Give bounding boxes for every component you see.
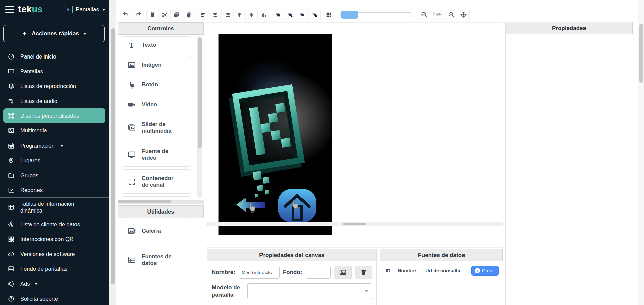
hamburger-menu-icon[interactable] [5, 6, 14, 13]
control-fuente-de-video[interactable]: Fuente de video [122, 143, 191, 167]
align-center-button[interactable] [209, 9, 222, 21]
schedule-icon [7, 142, 15, 149]
controls-vertical-scrollbar-thumb[interactable] [198, 37, 202, 148]
sidebar-item-lista-de-cliente-de-datos[interactable]: Lista de cliente de datos [0, 217, 109, 232]
send-to-back-button[interactable] [309, 9, 320, 21]
sidebar-item-panel-de-inicio[interactable]: Panel de inicio [0, 49, 109, 64]
control-texto[interactable]: T Texto [122, 36, 191, 53]
media-slider-icon [122, 123, 142, 132]
bring-to-front-button[interactable] [272, 9, 284, 21]
pan-button[interactable] [457, 9, 469, 21]
screens-dropdown-label: Pantallas [76, 6, 99, 13]
choose-background-image-button[interactable] [334, 266, 352, 279]
grid-toggle-button[interactable] [323, 9, 335, 21]
canvas-horizontal-scrollbar [206, 222, 503, 226]
sidebar-item-fondo-de-pantallas[interactable]: Fondo de pantallas [0, 261, 109, 276]
utility-galeria[interactable]: Galería [122, 220, 191, 242]
redo-button[interactable] [132, 9, 144, 21]
sidebar-item-pantallas[interactable]: Pantallas [0, 64, 109, 79]
chevron-down-icon [60, 145, 63, 147]
control-partially-scrolled[interactable] [122, 196, 191, 200]
sidebar-item-listas-de-reproduccion[interactable]: Listas de reproducción [0, 79, 109, 93]
sidebar-item-disenos-personalizados[interactable]: Diseños personalizados [3, 108, 105, 123]
screens-icon [7, 68, 15, 75]
align-middle-button[interactable] [246, 9, 258, 21]
control-imagen[interactable]: Imágen [122, 56, 191, 73]
properties-panel-header: Propiedades [506, 22, 633, 34]
sidebar-item-versiones-de-software[interactable]: Versiones de software [0, 246, 109, 261]
align-top-button[interactable] [234, 9, 246, 21]
sidebar-item-programacion[interactable]: Programación [0, 138, 109, 153]
controls-horizontal-scrollbar [118, 200, 204, 204]
align-center-icon [212, 12, 218, 18]
canvas-horizontal-scrollbar-thumb[interactable] [343, 223, 366, 225]
screen-model-select[interactable] [247, 283, 372, 299]
trash-icon [186, 12, 192, 18]
chevron-down-icon [365, 290, 368, 292]
screen-backgrounds-icon [7, 265, 15, 272]
app-logo: tekus [18, 4, 43, 15]
control-video[interactable]: Video [122, 96, 191, 113]
sidebar-item-tablas-de-informacion-dinamica[interactable]: Tablas de información dinámica [0, 198, 109, 217]
control-boton[interactable]: Botón [122, 76, 191, 93]
canvas-properties-header: Propiedades del canvas [207, 249, 376, 261]
sidebar-item-solicita-soporte[interactable]: Solicita soporte [0, 291, 109, 305]
control-slider-de-multimedia[interactable]: Slider de multimedia [122, 116, 191, 140]
sidebar-item-listas-de-audio[interactable]: Listas de audio [0, 93, 109, 108]
copy-icon [173, 12, 180, 18]
design-artboard[interactable] [218, 34, 332, 235]
create-data-source-button[interactable]: + Crear [471, 266, 499, 276]
slider-thumb[interactable] [341, 11, 358, 19]
align-bottom-button[interactable] [258, 9, 270, 21]
screens-dropdown[interactable]: k Pantallas [64, 6, 105, 13]
align-middle-icon [248, 12, 255, 18]
bring-forward-button[interactable] [284, 9, 296, 21]
canvas-background-input[interactable] [306, 266, 331, 279]
send-backward-button[interactable] [296, 9, 309, 21]
support-icon [7, 295, 15, 302]
bring-to-front-icon [275, 12, 281, 18]
control-contenedor-de-canal[interactable]: Contenedor de canal [122, 169, 191, 194]
places-icon [7, 157, 15, 164]
design-canvas-area[interactable] [206, 22, 503, 248]
delete-button[interactable] [183, 9, 195, 21]
zoom-in-button[interactable] [445, 9, 457, 21]
scissors-icon [161, 12, 168, 18]
align-right-button[interactable] [222, 9, 234, 21]
page-scrollbar-thumb[interactable] [639, 24, 643, 83]
controls-column: Controles T Texto Imágen Botón Video [118, 22, 204, 305]
sidebar-item-interacciones-con-qr[interactable]: Interacciones con QR [0, 232, 109, 246]
page-scrollbar [638, 0, 644, 305]
undo-button[interactable] [120, 9, 132, 21]
hand-cursor-icon [248, 202, 256, 213]
sidebar-scrollbar-thumb[interactable] [111, 28, 115, 284]
text-icon: T [122, 41, 142, 49]
grid-size-slider[interactable] [340, 12, 412, 17]
controls-panel-header: Controles [118, 22, 204, 35]
sidebar-item-reportes[interactable]: Reportes [0, 183, 109, 197]
video-source-icon [122, 150, 142, 159]
sidebar-item-ads[interactable]: Ads [0, 276, 109, 291]
name-label: Nombre: [212, 269, 235, 276]
screen-model-label: Modelo de pantalla [212, 284, 244, 299]
utilities-list: Galería Fuentes de datos [122, 220, 191, 277]
zoom-out-button[interactable] [418, 9, 430, 21]
sidebar-item-multimedia[interactable]: Multimedia [0, 123, 109, 138]
quick-actions-button[interactable]: Acciones rápidas [3, 25, 105, 42]
align-left-button[interactable] [197, 9, 209, 21]
utility-fuentes-de-datos[interactable]: Fuentes de datos [122, 245, 191, 274]
controls-horizontal-scrollbar-thumb[interactable] [118, 200, 171, 203]
sidebar-item-grupos[interactable]: Grupos [0, 168, 109, 183]
sidebar-item-lugares[interactable]: Lugares [0, 153, 109, 168]
channel-container-icon [122, 178, 142, 186]
clear-background-button[interactable] [355, 266, 372, 279]
screen-badge-icon: k [64, 6, 73, 13]
copy-button[interactable] [171, 9, 183, 21]
canvas-name-input[interactable] [239, 266, 280, 279]
software-versions-icon [7, 251, 15, 258]
data-sources-table-header: ID Nombre Url de consulta + Crear [380, 261, 503, 276]
background-label: Fondo: [283, 269, 303, 276]
k-logo-artwork[interactable] [228, 81, 316, 198]
cut-button[interactable] [159, 9, 171, 21]
paste-button[interactable] [147, 9, 159, 21]
